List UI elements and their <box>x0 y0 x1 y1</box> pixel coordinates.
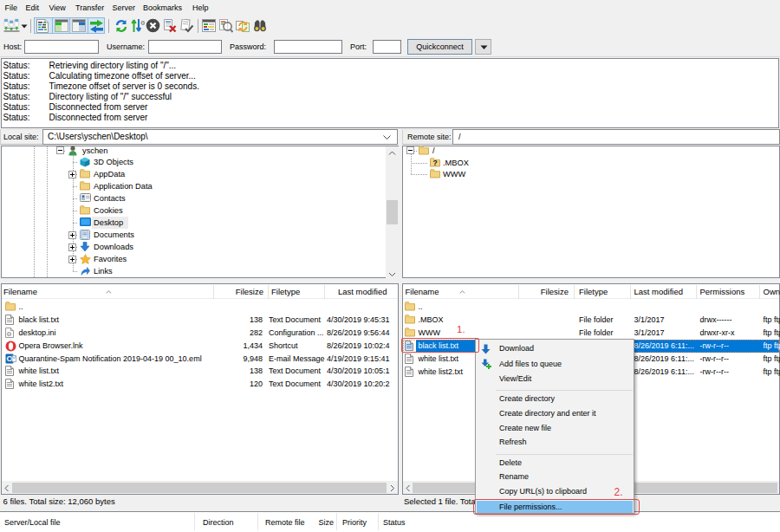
svg-text:O: O <box>6 354 12 363</box>
svg-text:?: ? <box>432 158 437 166</box>
